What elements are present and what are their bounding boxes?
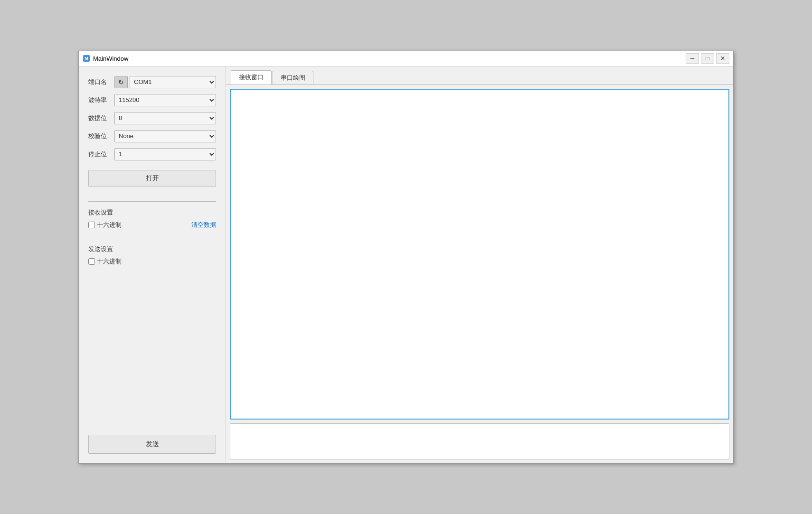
data-bits-label: 数据位 (88, 114, 114, 122)
receive-section-title: 接收设置 (88, 208, 216, 217)
window-title: MainWindow (93, 55, 128, 62)
clear-data-link[interactable]: 清空数据 (191, 221, 216, 229)
data-bits-select[interactable]: 5 6 7 8 (114, 112, 216, 124)
parity-row: 校验位 None Odd Even Mark Space (88, 130, 216, 142)
port-label: 端口名 (88, 78, 114, 86)
receive-hex-checkbox[interactable] (88, 222, 95, 228)
parity-label: 校验位 (88, 132, 114, 140)
send-hex-label[interactable]: 十六进制 (88, 257, 122, 266)
tabs-bar: 接收窗口 串口绘图 (226, 66, 733, 84)
parity-select[interactable]: None Odd Even Mark Space (114, 130, 216, 142)
baud-row: 波特率 9600 19200 38400 57600 115200 (88, 94, 216, 106)
title-bar-buttons: ─ □ ✕ (686, 53, 729, 64)
send-hex-row: 十六进制 (88, 257, 216, 266)
port-input-wrapper: ↻ COM1 COM2 COM3 COM4 (114, 76, 216, 88)
send-input-area[interactable] (230, 423, 729, 459)
right-panel: 接收窗口 串口绘图 (226, 66, 733, 463)
send-button[interactable]: 发送 (88, 435, 216, 454)
baud-select[interactable]: 9600 19200 38400 57600 115200 (114, 94, 216, 106)
maximize-button[interactable]: □ (701, 53, 714, 64)
receive-hex-row: 十六进制 清空数据 (88, 221, 216, 229)
stop-bits-label: 停止位 (88, 150, 114, 159)
left-panel: 端口名 ↻ COM1 COM2 COM3 COM4 波特率 9600 19200 (79, 66, 226, 463)
open-button[interactable]: 打开 (88, 170, 216, 187)
close-button[interactable]: ✕ (716, 53, 729, 64)
stop-bits-row: 停止位 1 1.5 2 (88, 148, 216, 160)
data-bits-row: 数据位 5 6 7 8 (88, 112, 216, 124)
window-body: 端口名 ↻ COM1 COM2 COM3 COM4 波特率 9600 19200 (79, 66, 733, 463)
main-window: M MainWindow ─ □ ✕ 端口名 ↻ COM1 COM2 COM3 (78, 51, 734, 464)
tab-serial-plot[interactable]: 串口绘图 (273, 71, 313, 84)
tab-receive-window[interactable]: 接收窗口 (231, 70, 272, 84)
send-section-title: 发送设置 (88, 245, 216, 253)
title-bar: M MainWindow ─ □ ✕ (79, 51, 733, 66)
minimize-button[interactable]: ─ (686, 53, 699, 64)
divider-1 (88, 201, 216, 202)
title-bar-left: M MainWindow (83, 55, 128, 62)
refresh-button[interactable]: ↻ (114, 76, 128, 88)
port-row: 端口名 ↻ COM1 COM2 COM3 COM4 (88, 76, 216, 88)
port-select[interactable]: COM1 COM2 COM3 COM4 (130, 76, 216, 88)
receive-area[interactable] (230, 89, 729, 420)
svg-text:M: M (85, 56, 88, 61)
app-icon: M (83, 55, 90, 62)
tab-content-area (226, 84, 733, 463)
divider-2 (88, 238, 216, 238)
baud-label: 波特率 (88, 96, 114, 104)
receive-hex-label[interactable]: 十六进制 (88, 221, 122, 229)
send-hex-checkbox[interactable] (88, 258, 95, 265)
stop-bits-select[interactable]: 1 1.5 2 (114, 148, 216, 160)
